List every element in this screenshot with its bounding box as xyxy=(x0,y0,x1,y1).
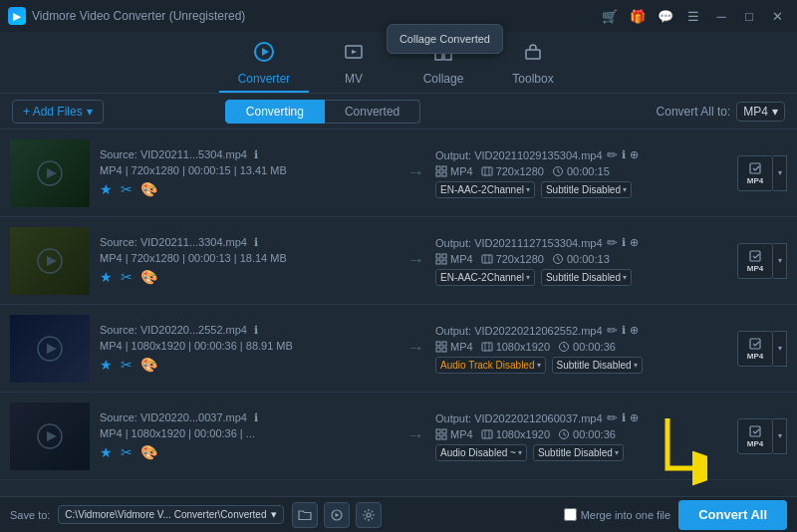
svg-rect-14 xyxy=(482,167,492,175)
file-meta-2: MP4 | 1080x1920 | 00:00:36 | 88.91 MB xyxy=(100,340,396,352)
edit-icon-0[interactable]: ✏ xyxy=(607,147,618,162)
convert-all-to-group: Convert All to: MP4 ▾ xyxy=(657,102,785,122)
edit-icon-1[interactable]: ✏ xyxy=(607,235,618,250)
file-info-3: Source: VID20220...0037.mp4 ℹ MP4 | 1080… xyxy=(100,411,396,460)
svg-marker-27 xyxy=(47,344,57,354)
svg-rect-41 xyxy=(482,430,492,438)
close-button[interactable]: ✕ xyxy=(765,6,789,26)
output-info-icon-1[interactable]: ℹ xyxy=(622,236,626,249)
cut-icon-2[interactable]: ✂ xyxy=(121,357,133,373)
subtitle-dropdown-btn-0[interactable]: Subtitle Disabled ▾ xyxy=(541,181,632,198)
output-dropdowns-0: EN-AAC-2Channel ▾ Subtitle Disabled ▾ xyxy=(435,181,731,198)
output-res-prop-3: 1080x1920 xyxy=(481,428,550,440)
tab-converter[interactable]: Converter xyxy=(219,35,309,93)
star-icon-2[interactable]: ★ xyxy=(100,357,113,373)
preview-icon-button[interactable] xyxy=(324,502,350,528)
audio-dropdown-btn-1[interactable]: EN-AAC-2Channel ▾ xyxy=(435,269,535,286)
chat-icon[interactable]: 💬 xyxy=(654,6,677,26)
file-source-0: Source: VID20211...5304.mp4 ℹ xyxy=(100,148,396,161)
tab-toolbox-label: Toolbox xyxy=(512,72,553,86)
file-source-2: Source: VID20220...2552.mp4 ℹ xyxy=(100,324,396,337)
convert-all-button[interactable]: Convert All xyxy=(678,500,787,530)
audio-disabled-label: Audio Track Disabled xyxy=(440,360,535,371)
cut-icon-1[interactable]: ✂ xyxy=(121,269,133,285)
format-badge-group-0: MP4 ▾ xyxy=(731,155,787,191)
format-badge-1[interactable]: MP4 xyxy=(737,243,773,279)
format-badge-2[interactable]: MP4 xyxy=(737,331,773,367)
minimize-button[interactable]: ─ xyxy=(709,6,733,26)
output-info-icon-3[interactable]: ℹ xyxy=(622,411,626,424)
subtitle-dropdown-btn-1[interactable]: Subtitle Disabled ▾ xyxy=(541,269,632,286)
output-info-icon-0[interactable]: ℹ xyxy=(622,148,626,161)
toolbar: + Add Files ▾ Converting Converted Conve… xyxy=(0,94,797,130)
format-badge-3[interactable]: MP4 xyxy=(737,418,773,454)
file-actions-0: ★ ✂ 🎨 xyxy=(100,181,396,197)
format-badge-0[interactable]: MP4 xyxy=(737,155,773,191)
save-path-input[interactable]: C:\Vidmore\Vidmore V... Converter\Conver… xyxy=(58,505,283,524)
format-badge-arrow-0[interactable]: ▾ xyxy=(773,155,787,191)
tab-converting[interactable]: Converting xyxy=(225,100,325,124)
output-add-icon-0[interactable]: ⊕ xyxy=(630,148,639,161)
arrow-1: → xyxy=(396,250,435,271)
file-actions-2: ★ ✂ 🎨 xyxy=(100,357,396,373)
svg-marker-18 xyxy=(47,256,57,266)
subtitle-dropdown-btn-3[interactable]: Subtitle Disabled ▾ xyxy=(533,444,624,461)
folder-icon-button[interactable] xyxy=(292,502,318,528)
audio-dropdown-3: Audio Disabled ~ xyxy=(440,447,516,458)
svg-rect-11 xyxy=(442,166,446,170)
edit-icon-3[interactable]: ✏ xyxy=(607,410,618,425)
format-badge-arrow-1[interactable]: ▾ xyxy=(773,243,787,279)
convert-all-format-select[interactable]: MP4 ▾ xyxy=(736,102,785,122)
format-badge-arrow-3[interactable]: ▾ xyxy=(773,418,787,454)
palette-icon-0[interactable]: 🎨 xyxy=(140,181,157,197)
info-icon-2[interactable]: ℹ xyxy=(254,324,258,336)
subtitle-dropdown-btn-2[interactable]: Subtitle Disabled ▾ xyxy=(552,357,643,374)
file-thumb-1 xyxy=(10,227,90,295)
format-badge-arrow-2[interactable]: ▾ xyxy=(773,331,787,367)
add-files-dropdown-icon: ▾ xyxy=(87,105,93,119)
audio-dropdown-btn-2[interactable]: Audio Track Disabled ▾ xyxy=(435,357,546,374)
arrow-0: → xyxy=(396,162,435,183)
palette-icon-3[interactable]: 🎨 xyxy=(140,444,157,460)
output-add-icon-3[interactable]: ⊕ xyxy=(630,411,639,424)
svg-rect-7 xyxy=(526,50,540,59)
output-info-icon-2[interactable]: ℹ xyxy=(622,324,626,337)
star-icon-1[interactable]: ★ xyxy=(100,269,113,285)
output-section-1: Output: VID20211127153304.mp4 ✏ ℹ ⊕ MP4 … xyxy=(435,235,731,286)
file-info-2: Source: VID20220...2552.mp4 ℹ MP4 | 1080… xyxy=(100,324,396,373)
svg-rect-10 xyxy=(436,166,440,170)
output-res-prop-0: 720x1280 xyxy=(481,165,544,177)
merge-checkbox-label[interactable]: Merge into one file xyxy=(564,508,671,521)
tab-mv[interactable]: MV xyxy=(309,35,398,93)
svg-rect-39 xyxy=(436,435,440,439)
svg-rect-32 xyxy=(482,343,492,351)
info-icon-1[interactable]: ℹ xyxy=(254,236,258,248)
output-format-prop-0: MP4 xyxy=(435,165,473,177)
add-files-button[interactable]: + Add Files ▾ xyxy=(12,100,104,124)
palette-icon-2[interactable]: 🎨 xyxy=(140,357,157,373)
info-icon-3[interactable]: ℹ xyxy=(254,411,258,423)
audio-dropdown-btn-3[interactable]: Audio Disabled ~ ▾ xyxy=(435,444,527,461)
cut-icon-3[interactable]: ✂ xyxy=(121,444,133,460)
palette-icon-1[interactable]: 🎨 xyxy=(140,269,157,285)
settings-icon-button[interactable] xyxy=(356,502,382,528)
gift-icon[interactable]: 🎁 xyxy=(626,6,650,26)
maximize-button[interactable]: □ xyxy=(737,6,761,26)
info-icon-0[interactable]: ℹ xyxy=(254,148,258,160)
cut-icon-0[interactable]: ✂ xyxy=(121,181,133,197)
menu-icon[interactable]: ☰ xyxy=(681,6,705,26)
audio-dropdown-btn-0[interactable]: EN-AAC-2Channel ▾ xyxy=(435,181,535,198)
edit-icon-2[interactable]: ✏ xyxy=(607,323,618,338)
output-section-0: Output: VID20211029135304.mp4 ✏ ℹ ⊕ MP4 … xyxy=(435,147,731,198)
output-add-icon-1[interactable]: ⊕ xyxy=(630,236,639,249)
tab-converted[interactable]: Converted xyxy=(325,100,420,124)
svg-rect-19 xyxy=(436,254,440,258)
star-icon-3[interactable]: ★ xyxy=(100,444,113,460)
output-add-icon-2[interactable]: ⊕ xyxy=(630,324,639,337)
cart-icon[interactable]: 🛒 xyxy=(598,6,622,26)
output-filename-0: Output: VID20211029135304.mp4 ✏ ℹ ⊕ xyxy=(435,147,731,162)
star-icon-0[interactable]: ★ xyxy=(100,181,113,197)
file-meta-3: MP4 | 1080x1920 | 00:00:36 | ... xyxy=(100,427,396,439)
merge-checkbox[interactable] xyxy=(564,508,577,521)
audio-dropdown-1: EN-AAC-2Channel xyxy=(440,272,524,283)
